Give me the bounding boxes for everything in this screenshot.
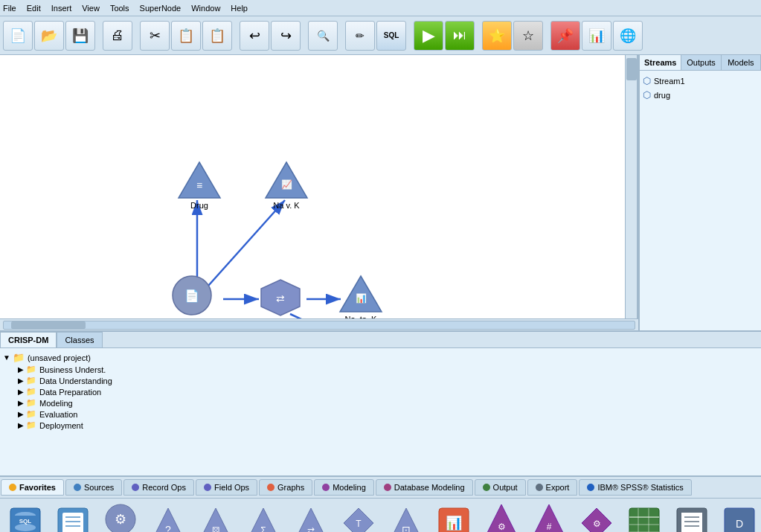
menu-supernode[interactable]: SuperNode xyxy=(140,4,182,13)
save-button[interactable]: 💾 xyxy=(65,21,95,51)
modeling-toggler[interactable]: ▶ xyxy=(18,399,24,407)
ptab-recordops[interactable]: Record Ops xyxy=(123,479,194,496)
fav2-button[interactable]: ☆ xyxy=(513,21,543,51)
datund-toggler[interactable]: ▶ xyxy=(18,376,24,385)
business-toggler[interactable]: ▶ xyxy=(18,365,24,374)
crisp-tabs: CRISP-DM Classes xyxy=(0,332,761,348)
tab-crisp-dm[interactable]: CRISP-DM xyxy=(0,332,57,347)
pnode-graphboard[interactable]: 📊 Graphboard xyxy=(431,507,476,532)
tree-item-evaluation[interactable]: ▶ 📁 Evaluation xyxy=(18,408,758,420)
menubar: File Edit Insert View Tools SuperNode Wi… xyxy=(0,0,761,16)
deployment-toggler[interactable]: ▶ xyxy=(18,421,24,429)
fav1-button[interactable]: ⭐ xyxy=(482,21,512,51)
svg-text:📈: 📈 xyxy=(281,179,292,190)
ptab-export[interactable]: Export xyxy=(527,479,578,496)
pnode-dat[interactable]: D Dat. xyxy=(717,507,761,532)
hscroll-thumb[interactable] xyxy=(11,321,86,329)
tree-item-dataprep[interactable]: ▶ 📁 Data Preparation xyxy=(18,386,758,397)
node-drug1n[interactable]: 📄 DRUG1n xyxy=(171,275,213,318)
node-natokHex[interactable]: ⇄ Na_to_K xyxy=(259,278,302,318)
ptab-modeling[interactable]: Modeling xyxy=(314,479,374,496)
menu-file[interactable]: File xyxy=(3,4,16,13)
pnode-autocluster[interactable]: ⚙ Auto Cluster xyxy=(574,507,619,532)
ptab-graphs[interactable]: Graphs xyxy=(259,479,312,496)
ptab-fieldops[interactable]: Field Ops xyxy=(196,479,257,496)
evaluation-toggler[interactable]: ▶ xyxy=(18,410,24,418)
canvas-container[interactable]: ≡ Drug 📈 Na v. K 📄 DRUG1n xyxy=(0,55,638,318)
svg-text:📊: 📊 xyxy=(356,292,367,304)
root-toggler[interactable]: ▼ xyxy=(3,353,10,362)
open-button[interactable]: 📂 xyxy=(34,21,64,51)
find-button[interactable]: 🔍 xyxy=(308,21,338,51)
pnode-filter[interactable]: ⊡ Filter xyxy=(384,507,428,532)
print-button[interactable]: 🖨 xyxy=(103,21,132,51)
svg-text:T: T xyxy=(356,519,362,529)
cut-button[interactable]: ✂ xyxy=(140,21,170,51)
svg-rect-61 xyxy=(681,513,702,532)
pnode-derive[interactable]: ⇄ Derive xyxy=(289,507,333,532)
favorites-dot xyxy=(9,484,16,491)
pnode-type[interactable]: T Type xyxy=(336,507,381,532)
pnode-table[interactable]: Table xyxy=(622,507,667,532)
node-drug[interactable]: ≡ Drug xyxy=(177,161,222,210)
stream-item-stream1[interactable]: ⬡ Stream1 xyxy=(643,74,758,88)
pnode-aggregate[interactable]: Σ Aggregate xyxy=(241,507,286,532)
pin-button[interactable]: 📌 xyxy=(550,21,580,51)
ptab-sources[interactable]: Sources xyxy=(65,479,122,496)
output-dot xyxy=(483,484,490,491)
pnode-autonumeric[interactable]: # Auto Numeric xyxy=(527,503,571,533)
svg-rect-54 xyxy=(629,508,659,532)
tree-item-business[interactable]: ▶ 📁 Business Underst. xyxy=(18,364,758,375)
ptab-spss[interactable]: IBM® SPSS® Statistics xyxy=(579,479,691,496)
svg-text:?: ? xyxy=(165,524,171,532)
tab-outputs[interactable]: Outputs xyxy=(681,55,721,70)
node-navk[interactable]: 📈 Na v. K xyxy=(264,161,309,210)
ptab-dbmodeling[interactable]: Database Modeling xyxy=(376,479,473,496)
deployment-label: Deployment xyxy=(39,421,83,430)
redo-button[interactable]: ↪ xyxy=(271,21,301,51)
node-natokTri[interactable]: 📊 Na_to_K xyxy=(338,275,383,318)
ptab-output[interactable]: Output xyxy=(475,479,526,496)
tree-item-deployment[interactable]: ▶ 📁 Deployment xyxy=(18,420,758,431)
run-button[interactable]: ▶ xyxy=(414,21,443,51)
palette-tabs: Favorites Sources Record Ops Field Ops G… xyxy=(0,475,761,498)
vscroll[interactable] xyxy=(625,55,637,318)
menu-view[interactable]: View xyxy=(82,4,100,13)
modeling-dot xyxy=(322,484,330,491)
menu-help[interactable]: Help xyxy=(231,4,248,13)
pnode-database[interactable]: SQL Database xyxy=(3,507,48,532)
stream-item-drug[interactable]: ⬡ drug xyxy=(643,88,758,102)
new-button[interactable]: 📄 xyxy=(3,21,33,51)
menu-insert[interactable]: Insert xyxy=(51,4,72,13)
web-button[interactable]: 🌐 xyxy=(613,21,643,51)
edit-button[interactable]: ✏ xyxy=(345,21,375,51)
hscrollbar[interactable] xyxy=(0,318,638,330)
pnode-flatfile[interactable]: Flat File xyxy=(670,507,714,532)
pnode-varfile[interactable]: Var. File xyxy=(51,507,95,532)
stream1-label: Stream1 xyxy=(654,77,685,86)
sql-button[interactable]: SQL xyxy=(376,21,406,51)
svg-text:📊: 📊 xyxy=(446,515,463,531)
menu-edit[interactable]: Edit xyxy=(27,4,41,13)
pnode-sample[interactable]: ⚄ Sample xyxy=(193,507,238,532)
ptab-favorites[interactable]: Favorites xyxy=(1,479,64,496)
pnode-select[interactable]: ? Select xyxy=(146,507,190,532)
tab-classes[interactable]: Classes xyxy=(57,332,102,347)
dataprep-toggler[interactable]: ▶ xyxy=(18,388,24,396)
undo-button[interactable]: ↩ xyxy=(240,21,269,51)
tree-root[interactable]: ▼ 📁 (unsaved project) xyxy=(3,351,758,364)
report-button[interactable]: 📊 xyxy=(582,21,611,51)
project-panel: CRISP-DM Classes ▼ 📁 (unsaved project) ▶… xyxy=(0,330,761,475)
tab-streams[interactable]: Streams xyxy=(640,55,681,70)
menu-tools[interactable]: Tools xyxy=(110,4,129,13)
tab-models[interactable]: Models xyxy=(722,55,761,70)
pnode-autodataprep[interactable]: ⚙ Auto Data Prep xyxy=(98,503,143,533)
svg-text:SQL: SQL xyxy=(19,518,32,525)
pnode-autoclassifier[interactable]: ⚙ Auto Classifier xyxy=(479,503,524,533)
tree-item-datund[interactable]: ▶ 📁 Data Understanding xyxy=(18,375,758,386)
run-all-button[interactable]: ⏭ xyxy=(445,21,475,51)
tree-item-modeling[interactable]: ▶ 📁 Modeling xyxy=(18,397,758,408)
menu-window[interactable]: Window xyxy=(191,4,220,13)
copy-button[interactable]: 📋 xyxy=(171,21,201,51)
paste-button[interactable]: 📋 xyxy=(202,21,232,51)
